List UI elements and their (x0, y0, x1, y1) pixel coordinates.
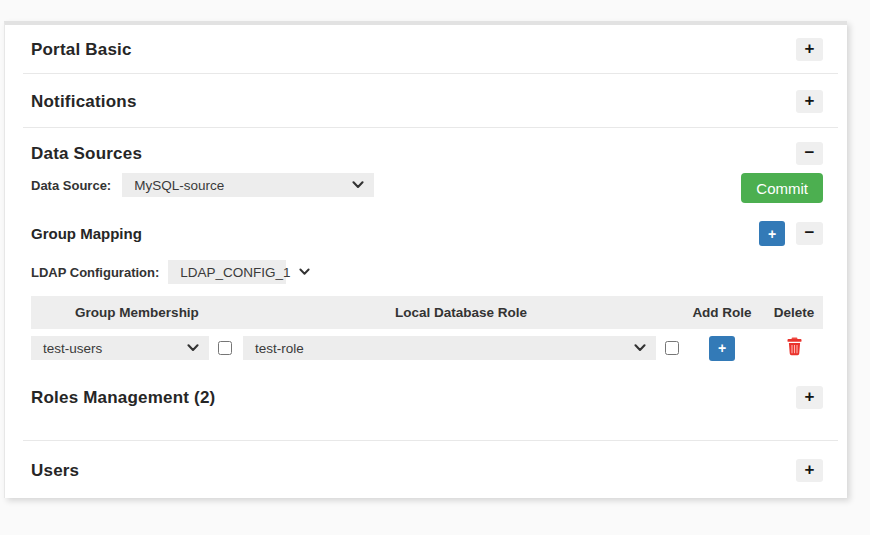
portal-basic-title: Portal Basic (31, 40, 132, 60)
section-users: Users + (5, 441, 847, 498)
local-role-select[interactable]: test-role (243, 336, 656, 360)
group-mapping-title: Group Mapping (31, 225, 142, 242)
plus-icon: + (805, 40, 815, 57)
notifications-title: Notifications (31, 92, 137, 112)
section-notifications: Notifications + (5, 74, 847, 127)
chevron-down-icon (187, 344, 199, 352)
group-membership-selected-value: test-users (43, 341, 102, 356)
group-membership-checkbox[interactable] (218, 341, 232, 355)
trash-icon (787, 337, 802, 359)
section-roles-management: Roles Management (2) + (5, 371, 847, 440)
local-role-checkbox[interactable] (665, 341, 679, 355)
group-mapping-add-button[interactable]: + (759, 221, 785, 246)
data-source-label: Data Source: (31, 178, 111, 193)
add-role-button[interactable]: + (709, 336, 735, 361)
table-row: test-users test-role (31, 335, 823, 361)
data-sources-collapse-button[interactable]: − (796, 142, 823, 165)
group-membership-select[interactable]: test-users (31, 336, 209, 360)
settings-accordion: Portal Basic + Notifications + Data Sour… (4, 21, 847, 498)
commit-button[interactable]: Commit (741, 173, 823, 203)
section-portal-basic: Portal Basic + (5, 25, 847, 73)
local-role-selected-value: test-role (255, 341, 304, 356)
roles-management-title: Roles Management (2) (31, 388, 215, 408)
minus-icon: − (805, 224, 815, 241)
users-title: Users (31, 461, 79, 481)
roles-management-expand-button[interactable]: + (796, 386, 823, 409)
plus-icon: + (805, 388, 815, 405)
ldap-config-selected-value: LDAP_CONFIG_1 (180, 265, 290, 280)
ldap-configuration-label: LDAP Configuration: (31, 265, 159, 280)
column-header-local-database-role: Local Database Role (243, 305, 679, 320)
group-mapping-collapse-button[interactable]: − (796, 222, 823, 245)
plus-icon: + (768, 226, 776, 242)
chevron-down-icon (299, 268, 310, 276)
plus-icon: + (805, 461, 815, 478)
data-source-selected-value: MySQL-source (134, 178, 224, 193)
data-sources-title: Data Sources (31, 144, 142, 164)
delete-row-button[interactable] (785, 335, 804, 361)
plus-icon: + (718, 340, 726, 356)
column-header-delete: Delete (765, 305, 823, 320)
minus-icon: − (805, 144, 815, 161)
notifications-expand-button[interactable]: + (796, 90, 823, 113)
table-header-row: Group Membership Local Database Role Add… (31, 296, 823, 329)
portal-basic-expand-button[interactable]: + (796, 38, 823, 61)
plus-icon: + (805, 92, 815, 109)
ldap-config-select[interactable]: LDAP_CONFIG_1 (168, 260, 286, 284)
group-mapping-table: Group Membership Local Database Role Add… (31, 296, 823, 361)
column-header-add-role: Add Role (679, 305, 765, 320)
chevron-down-icon (634, 344, 646, 352)
chevron-down-icon (352, 181, 364, 189)
data-source-select[interactable]: MySQL-source (122, 173, 374, 197)
section-data-sources: Data Sources − Data Source: MySQL-source… (5, 128, 847, 371)
column-header-group-membership: Group Membership (31, 305, 243, 320)
users-expand-button[interactable]: + (796, 459, 823, 482)
